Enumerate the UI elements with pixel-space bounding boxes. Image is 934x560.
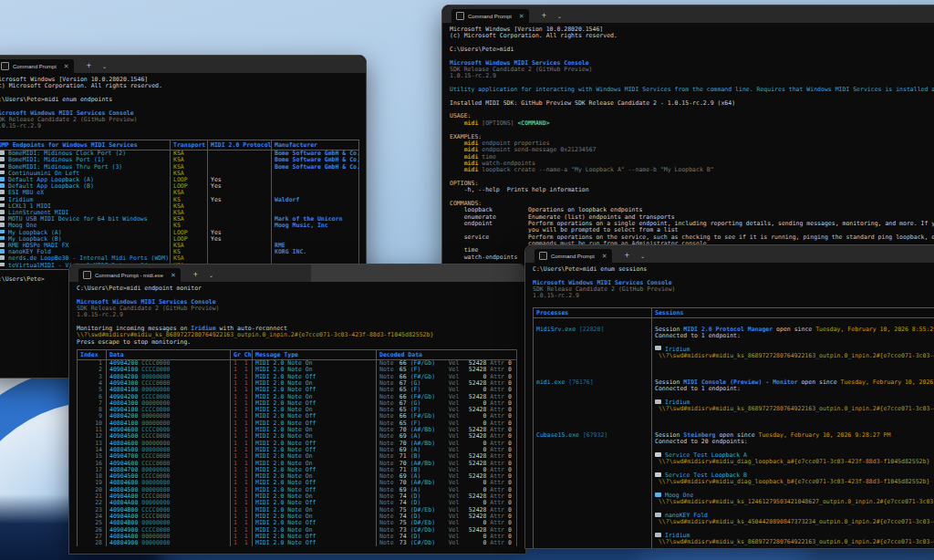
message-type-cell: MIDI 2.0 Note On (253, 433, 377, 440)
decoded-label-vel: Vel (449, 394, 460, 400)
session-endpoint-path: \\?\swd#midisrv#midiu_diag_loopback_a#{e… (655, 459, 934, 465)
group-channel-cell: 1 1 (231, 360, 253, 368)
data-word-1: 40904A00 (109, 493, 138, 500)
manufacturer-cell: RME (272, 243, 359, 249)
tab-title: Command Prompt (13, 64, 57, 69)
decoded-label-vel: Vel (449, 507, 460, 513)
tab-bar-drag-region[interactable] (311, 264, 525, 282)
table-row: 740804300 000000001 1MIDI 2.0 Note OffNo… (78, 400, 517, 407)
tab-dropdown-icon[interactable]: ⌄ (102, 64, 107, 69)
new-tab-button[interactable]: + (625, 252, 629, 260)
decoded-data-cell: Note66(F#/Gb)Vel52428 Attr 0 (377, 360, 517, 368)
tab-command-prompt-midi[interactable]: Command Prompt - midi.exe ✕ (78, 268, 181, 282)
decoded-velocity: 0 (459, 480, 486, 486)
message-type-cell: MIDI 2.0 Note Off (253, 500, 377, 506)
group-channel-cell: 1 1 (231, 513, 253, 520)
usage-line: midi [OPTIONS] <COMMAND> (450, 120, 934, 127)
tab-command-prompt[interactable]: Command Prompt ✕ (451, 9, 529, 23)
decoded-note-number: 65 (394, 407, 407, 413)
table-row: Default App Loopback (B)LOOPYes (0, 183, 359, 190)
table-row: 1940804600 000000001 1MIDI 2.0 Note OffN… (78, 480, 517, 486)
manufacturer-cell (272, 183, 359, 190)
table-row: 140904200 CCCC00001 1MIDI 2.0 Note OnNot… (78, 360, 517, 368)
decoded-label-attr: Attr (486, 500, 507, 506)
decoded-label-note: Note (379, 441, 394, 447)
decoded-attr: 0 (508, 413, 512, 420)
tab-command-prompt[interactable]: Command Prompt ✕ (0, 59, 74, 73)
copyright-line: (c) Microsoft Corporation. All rights re… (0, 83, 366, 89)
decoded-data-cell: Note67(G)Vel0 Attr 0 (377, 400, 517, 407)
new-tab-button[interactable]: + (87, 62, 91, 70)
data-word-2: 00000000 (138, 420, 170, 427)
tab-bar[interactable]: Command Prompt ✕ + ⌄ (0, 56, 366, 73)
decoded-label-attr: Attr (486, 447, 507, 453)
decoded-note-number: 70 (394, 480, 407, 486)
message-index: 12 (78, 433, 107, 440)
midi-endpoint-icon (0, 203, 5, 208)
protocol-value: Yes (211, 177, 222, 183)
message-type-cell: MIDI 2.0 Note Off (253, 420, 377, 427)
table-row: 2040804500 000000001 1MIDI 2.0 Note OffN… (78, 487, 517, 493)
table-row: Continuumini On LeftKSA (0, 171, 359, 177)
transport-cell: KSA (171, 157, 208, 163)
table-row: 1740804700 000000001 1MIDI 2.0 Note OffN… (78, 467, 517, 473)
text: \\?\swd#midisrv#midiu_ks_868972728076492… (655, 352, 934, 359)
manufacturer-value: RME (275, 243, 285, 249)
midi-endpoint-icon (0, 255, 5, 260)
close-tab-icon[interactable]: ✕ (64, 63, 69, 69)
text: C:\Users\Pete> (0, 275, 45, 283)
console-version: 1.0.15-rc.2.9 (533, 293, 934, 299)
table-row: 1640904600 CCCC00001 1MIDI 2.0 Note OnNo… (78, 461, 517, 467)
table-row: 440904300 CCCC00001 1MIDI 2.0 Note OnNot… (78, 380, 517, 387)
option-line: -h, --help Prints help information (450, 187, 934, 193)
message-type-cell: MIDI 2.0 Note On (253, 380, 377, 387)
midi-endpoint-icon (655, 346, 661, 350)
text: <COMMAND> (517, 119, 549, 127)
message-type: MIDI 2.0 Note Off (255, 400, 317, 407)
decoded-label-note: Note (379, 461, 394, 467)
decoded-attr: 0 (508, 374, 512, 380)
message-type: MIDI 2.0 Note Off (255, 420, 317, 427)
midi-endpoint-icon (655, 399, 661, 404)
message-type: MIDI 2.0 Note Off (255, 500, 317, 506)
tab-dropdown-icon[interactable]: ⌄ (640, 254, 645, 259)
tab-command-prompt[interactable]: Command Prompt ✕ (534, 249, 612, 263)
data-cell: 40904600 CCCC0000 (107, 427, 231, 433)
tab-bar[interactable]: Command Prompt ✕ + ⌄ (525, 245, 934, 263)
data-word-2: CCCC0000 (138, 527, 170, 534)
decoded-label-note: Note (379, 534, 394, 540)
new-tab-button[interactable]: + (542, 12, 546, 20)
group-channel-cell: 1 1 (231, 507, 253, 513)
decoded-velocity: 52428 (459, 433, 486, 440)
decoded-note-name: (A) (410, 433, 449, 440)
endpoint-name-cell: ESI M8U eX (0, 190, 171, 196)
manufacturer-cell: Bome Software GmbH & Co. KG (272, 157, 359, 163)
message-type: MIDI 2.0 Note Off (255, 447, 317, 453)
message-type: MIDI 2.0 Note On (255, 394, 313, 400)
tab-title: Command Prompt (468, 14, 512, 19)
decoded-note-number: 69 (394, 447, 407, 453)
tab-dropdown-icon[interactable]: ⌄ (557, 14, 562, 19)
decoded-velocity: 52428 (459, 360, 486, 367)
text: Utility application for interacting with… (450, 86, 934, 93)
tab-bar[interactable]: Command Prompt ✕ + ⌄ (442, 5, 934, 23)
close-tab-icon[interactable]: ✕ (519, 13, 524, 19)
message-index: 7 (78, 400, 107, 407)
decoded-attr: 0 (508, 513, 512, 520)
tab-dropdown-icon[interactable]: ⌄ (209, 273, 213, 278)
table-row: Default App Loopback (A)LOOPYes (0, 177, 359, 183)
data-word-2: CCCC0000 (138, 453, 170, 460)
new-tab-button[interactable]: + (193, 271, 198, 279)
close-tab-icon[interactable]: ✕ (171, 272, 176, 278)
close-tab-icon[interactable]: ✕ (602, 253, 607, 259)
message-index: 6 (78, 394, 107, 400)
example-line: midi loopback create --name-a "My Loopba… (450, 167, 934, 173)
message-type-cell: MIDI 2.0 Note Off (253, 441, 377, 447)
protocol-cell (208, 150, 272, 158)
column-header-label: Gr Ch (234, 351, 252, 358)
midi-endpoint-icon (0, 210, 5, 214)
endpoint-name: ESI M8U eX (8, 190, 44, 196)
tab-bar[interactable]: Command Prompt - midi.exe ✕ + ⌄ (69, 264, 525, 282)
decoded-note-name: (G) (410, 380, 449, 387)
data-cell: 40804100 00000000 (107, 420, 231, 427)
